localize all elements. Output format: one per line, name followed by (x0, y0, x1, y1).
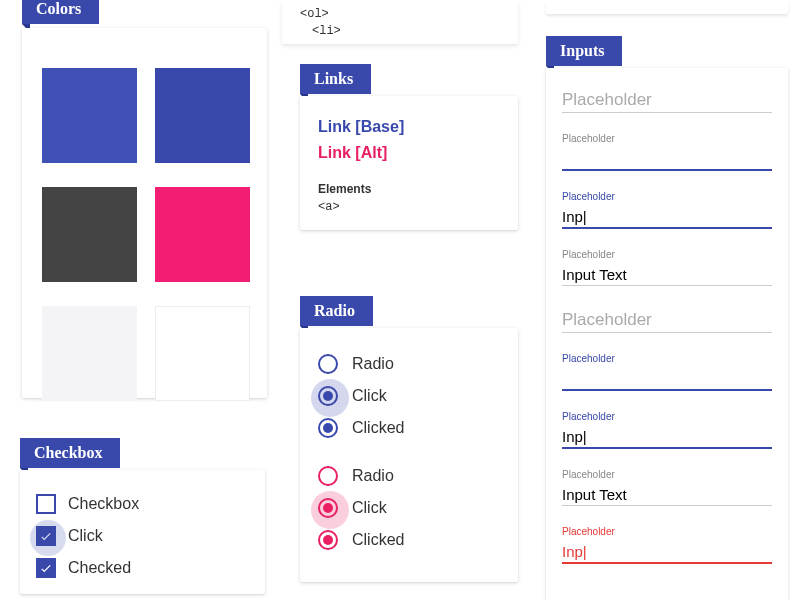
radio-icon[interactable] (318, 386, 338, 406)
input-field[interactable]: Placeholder Input Text (562, 469, 772, 506)
radio-row[interactable]: Clicked (318, 412, 500, 444)
colors-card (22, 28, 267, 398)
input-field[interactable]: Placeholder Input Text (562, 249, 772, 286)
radio-row[interactable]: Click (318, 492, 500, 524)
radio-card: Radio Click Clicked Radio Click Clicked (300, 328, 518, 582)
swatch-light-gray (42, 306, 137, 401)
radio-label: Click (352, 387, 387, 405)
radio-icon[interactable] (318, 418, 338, 438)
radio-label: Radio (352, 467, 394, 485)
text-input[interactable]: Inp (562, 539, 772, 564)
swatch-grid (42, 48, 247, 401)
links-card: Link [Base] Link [Alt] Elements <a> (300, 96, 518, 230)
code-line: <ol> (300, 6, 500, 23)
input-label: Placeholder (562, 353, 772, 364)
text-input[interactable] (562, 146, 772, 171)
input-label: Placeholder (562, 411, 772, 422)
radio-icon[interactable] (318, 498, 338, 518)
radio-row[interactable]: Radio (318, 460, 500, 492)
swatch-dark-gray (42, 187, 137, 282)
link-base[interactable]: Link [Base] (318, 118, 500, 136)
checkbox-label: Checkbox (68, 495, 139, 513)
input-field[interactable]: Placeholder Inp (562, 526, 772, 564)
swatch-primary-dark (155, 68, 250, 163)
input-field[interactable]: Placeholder (562, 86, 772, 113)
checkbox-icon[interactable] (36, 494, 56, 514)
checkbox-label: Checked (68, 559, 131, 577)
text-input[interactable]: Placeholder (562, 86, 772, 113)
colors-heading: Colors (22, 0, 99, 24)
radio-label: Clicked (352, 531, 404, 549)
radio-heading: Radio (300, 296, 373, 326)
input-field[interactable]: Placeholder (562, 353, 772, 391)
text-input[interactable]: Inp (562, 204, 772, 229)
input-label: Placeholder (562, 191, 772, 202)
input-label: Placeholder (562, 526, 772, 537)
radio-group-alt: Radio Click Clicked (318, 460, 500, 556)
checkbox-label: Click (68, 527, 103, 545)
code-line: <li> (300, 23, 500, 40)
input-field[interactable]: Placeholder Inp (562, 411, 772, 449)
radio-row[interactable]: Radio (318, 348, 500, 380)
links-heading: Links (300, 64, 371, 94)
swatch-primary (42, 68, 137, 163)
radio-label: Click (352, 499, 387, 517)
checkbox-row[interactable]: Checked (36, 552, 249, 584)
checkbox-row[interactable]: Click (36, 520, 249, 552)
text-input[interactable] (562, 366, 772, 391)
inputs-heading: Inputs (546, 36, 622, 66)
radio-icon[interactable] (318, 466, 338, 486)
swatch-white (155, 306, 250, 401)
inputs-card: Placeholder Placeholder Placeholder Inp … (546, 68, 788, 600)
radio-icon[interactable] (318, 354, 338, 374)
input-label: Placeholder (562, 249, 772, 260)
checkbox-heading: Checkbox (20, 438, 120, 468)
swatch-accent-pink (155, 187, 250, 282)
radio-row[interactable]: Clicked (318, 524, 500, 556)
radio-icon[interactable] (318, 530, 338, 550)
radio-label: Clicked (352, 419, 404, 437)
checkbox-card: Checkbox Click Checked (20, 470, 265, 594)
elements-code: <a> (318, 200, 500, 214)
checkbox-icon[interactable] (36, 558, 56, 578)
code-snippet-card: <ol> <li> (282, 0, 518, 44)
input-label: Placeholder (562, 469, 772, 480)
input-field[interactable]: Placeholder (562, 306, 772, 333)
input-field[interactable] (562, 584, 772, 600)
checkbox-row[interactable]: Checkbox (36, 488, 249, 520)
checkbox-icon[interactable] (36, 526, 56, 546)
input-field[interactable]: Placeholder (562, 133, 772, 171)
card-stub (546, 0, 788, 14)
text-input[interactable]: Inp (562, 424, 772, 449)
text-input[interactable]: Input Text (562, 482, 772, 506)
text-input[interactable] (562, 584, 772, 600)
text-input[interactable]: Input Text (562, 262, 772, 286)
radio-group-primary: Radio Click Clicked (318, 348, 500, 444)
link-alt[interactable]: Link [Alt] (318, 144, 500, 162)
text-input[interactable]: Placeholder (562, 306, 772, 333)
radio-row[interactable]: Click (318, 380, 500, 412)
input-label: Placeholder (562, 133, 772, 144)
radio-label: Radio (352, 355, 394, 373)
elements-label: Elements (318, 182, 500, 196)
input-field[interactable]: Placeholder Inp (562, 191, 772, 229)
